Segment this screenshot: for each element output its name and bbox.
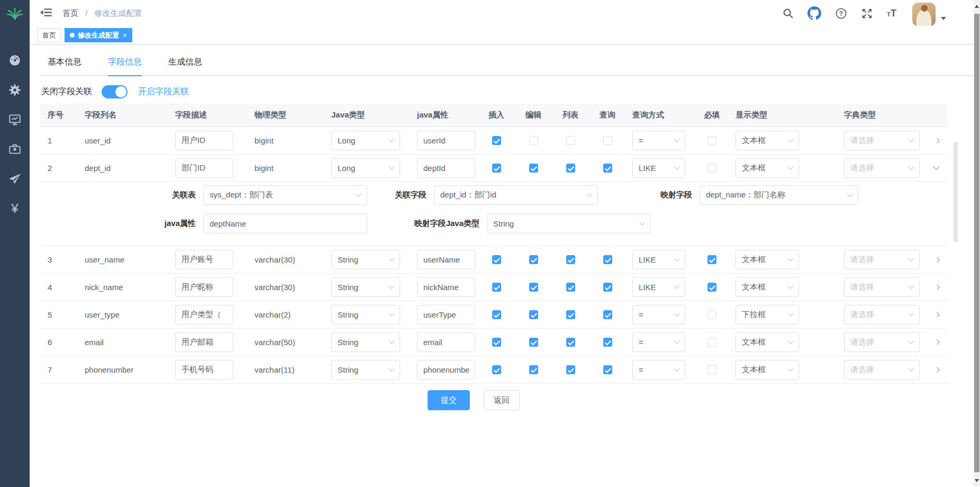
list-checkbox[interactable] bbox=[566, 310, 575, 319]
expand-arrow[interactable] bbox=[933, 285, 940, 290]
scroll-up-arrow-icon[interactable] bbox=[975, 5, 979, 8]
insert-checkbox[interactable] bbox=[492, 338, 501, 347]
column-desc-input[interactable]: 用户昵称 bbox=[175, 277, 233, 297]
query-type-select[interactable]: LIKE bbox=[632, 158, 685, 178]
edit-checkbox[interactable] bbox=[529, 338, 538, 347]
list-checkbox[interactable] bbox=[566, 283, 575, 292]
font-size-icon[interactable]: TT bbox=[887, 8, 896, 19]
java-type-select[interactable]: String bbox=[331, 360, 400, 380]
column-desc-input[interactable]: 部门ID bbox=[175, 158, 233, 178]
edit-checkbox[interactable] bbox=[529, 365, 538, 374]
mapping-field-select[interactable]: dept_name：部门名称 bbox=[700, 185, 858, 205]
list-checkbox[interactable] bbox=[566, 136, 575, 145]
required-checkbox[interactable] bbox=[707, 136, 716, 145]
java-field-input[interactable]: userType bbox=[417, 305, 475, 324]
insert-checkbox[interactable] bbox=[492, 283, 501, 292]
edit-checkbox[interactable] bbox=[529, 164, 538, 173]
query-checkbox[interactable] bbox=[603, 255, 612, 264]
query-type-select[interactable]: = bbox=[632, 131, 685, 150]
java-type-select[interactable]: String bbox=[331, 305, 400, 324]
tab-field-info[interactable]: 字段信息 bbox=[108, 52, 142, 76]
required-checkbox[interactable] bbox=[707, 310, 716, 319]
insert-checkbox[interactable] bbox=[492, 164, 501, 173]
java-type-select[interactable]: String bbox=[331, 250, 400, 269]
expand-arrow[interactable] bbox=[933, 367, 940, 372]
column-desc-input[interactable]: 用户账号 bbox=[175, 250, 233, 269]
query-type-select[interactable]: = bbox=[632, 360, 685, 380]
list-checkbox[interactable] bbox=[566, 338, 575, 347]
edit-checkbox[interactable] bbox=[529, 283, 538, 292]
expand-arrow[interactable] bbox=[933, 340, 940, 345]
mapping-java-type-select[interactable]: String bbox=[487, 214, 651, 233]
edit-checkbox[interactable] bbox=[529, 310, 538, 319]
sidebar-item-pay[interactable]: ¥ bbox=[0, 194, 30, 223]
query-type-select[interactable]: = bbox=[632, 305, 685, 324]
query-type-select[interactable]: = bbox=[632, 332, 685, 352]
expand-arrow[interactable] bbox=[933, 312, 940, 317]
dict-type-select[interactable]: 请选择 bbox=[844, 305, 920, 324]
column-desc-input[interactable]: 手机号码 bbox=[175, 360, 233, 380]
tab-basic-info[interactable]: 基本信息 bbox=[48, 52, 81, 76]
display-type-select[interactable]: 文本框 bbox=[736, 277, 799, 297]
java-field-input[interactable]: deptId bbox=[417, 158, 475, 178]
insert-checkbox[interactable] bbox=[492, 136, 501, 145]
help-icon[interactable]: ? bbox=[835, 7, 847, 20]
tag-home[interactable]: 首页 bbox=[37, 28, 61, 42]
java-attr-input[interactable]: deptName bbox=[203, 214, 367, 233]
query-checkbox[interactable] bbox=[603, 365, 612, 374]
dict-type-select[interactable]: 请选择 bbox=[844, 131, 920, 150]
sidebar-item-dashboard[interactable] bbox=[0, 46, 30, 75]
required-checkbox[interactable] bbox=[707, 283, 716, 292]
back-button[interactable]: 返回 bbox=[484, 390, 520, 410]
github-icon[interactable] bbox=[807, 6, 821, 20]
sidebar-item-system[interactable] bbox=[0, 75, 30, 105]
java-field-input[interactable]: email bbox=[417, 332, 475, 352]
relation-toggle[interactable] bbox=[102, 85, 128, 98]
java-type-select[interactable]: String bbox=[331, 332, 400, 352]
java-field-input[interactable]: userName bbox=[417, 250, 475, 269]
display-type-select[interactable]: 文本框 bbox=[736, 158, 799, 178]
insert-checkbox[interactable] bbox=[492, 255, 501, 264]
list-checkbox[interactable] bbox=[566, 365, 575, 374]
app-logo[interactable] bbox=[0, 0, 30, 26]
query-type-select[interactable]: LIKE bbox=[632, 250, 685, 269]
expand-arrow[interactable] bbox=[933, 138, 940, 143]
fullscreen-icon[interactable] bbox=[861, 7, 873, 20]
required-checkbox[interactable] bbox=[707, 255, 716, 264]
column-desc-input[interactable]: 用户邮箱 bbox=[175, 332, 233, 352]
display-type-select[interactable]: 文本框 bbox=[736, 360, 799, 380]
user-menu[interactable] bbox=[912, 1, 946, 26]
expand-arrow[interactable] bbox=[933, 257, 940, 262]
sidebar-item-guide[interactable] bbox=[0, 164, 30, 194]
insert-checkbox[interactable] bbox=[492, 365, 501, 374]
scroll-down-arrow-icon[interactable] bbox=[975, 479, 979, 482]
tag-close-icon[interactable]: × bbox=[123, 31, 127, 39]
display-type-select[interactable]: 文本框 bbox=[736, 131, 799, 150]
required-checkbox[interactable] bbox=[707, 365, 716, 374]
required-checkbox[interactable] bbox=[707, 338, 716, 347]
dict-type-select[interactable]: 请选择 bbox=[844, 332, 920, 352]
sidebar-item-monitor[interactable] bbox=[0, 105, 30, 134]
menu-fold-icon[interactable] bbox=[37, 4, 55, 22]
list-checkbox[interactable] bbox=[566, 164, 575, 173]
query-checkbox[interactable] bbox=[603, 283, 612, 292]
dict-type-select[interactable]: 请选择 bbox=[844, 158, 920, 178]
dict-type-select[interactable]: 请选择 bbox=[844, 250, 920, 269]
required-checkbox[interactable] bbox=[707, 164, 716, 173]
java-type-select[interactable]: Long bbox=[331, 158, 400, 178]
insert-checkbox[interactable] bbox=[492, 310, 501, 319]
column-desc-input[interactable]: 用户ID bbox=[175, 131, 233, 150]
tag-current-page[interactable]: 修改生成配置 × bbox=[65, 28, 132, 42]
java-field-input[interactable]: userId bbox=[417, 131, 475, 150]
query-checkbox[interactable] bbox=[603, 338, 612, 347]
dict-type-select[interactable]: 请选择 bbox=[844, 277, 920, 297]
query-checkbox[interactable] bbox=[603, 310, 612, 319]
window-scrollbar[interactable] bbox=[974, 0, 980, 487]
relation-field-select[interactable]: dept_id：部门id bbox=[434, 185, 598, 205]
relation-table-select[interactable]: sys_dept：部门表 bbox=[203, 185, 367, 205]
dict-type-select[interactable]: 请选择 bbox=[844, 360, 920, 380]
tab-generate-info[interactable]: 生成信息 bbox=[168, 52, 202, 76]
column-desc-input[interactable]: 用户类型（ bbox=[175, 305, 233, 324]
user-avatar[interactable] bbox=[912, 3, 936, 26]
list-checkbox[interactable] bbox=[566, 255, 575, 264]
